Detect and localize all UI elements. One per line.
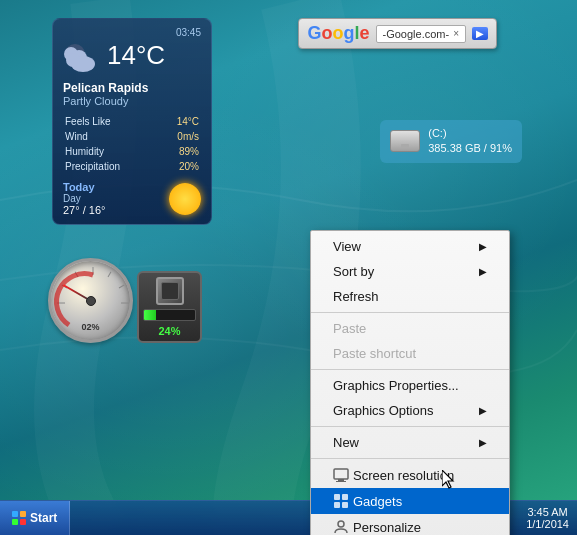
svg-rect-22 bbox=[20, 511, 26, 517]
svg-line-10 bbox=[119, 285, 124, 288]
sun-icon bbox=[169, 183, 201, 215]
svg-rect-14 bbox=[336, 481, 346, 482]
windows-logo-icon bbox=[12, 511, 26, 525]
gauge-center bbox=[86, 296, 96, 306]
today-range: 27° / 16° bbox=[63, 204, 105, 216]
context-menu-paste-shortcut: Paste shortcut bbox=[311, 341, 509, 366]
monitor-widget: 02% 24% bbox=[48, 258, 202, 343]
new-label: New bbox=[333, 435, 359, 450]
svg-rect-15 bbox=[334, 494, 340, 500]
weather-temperature: 14°C bbox=[107, 40, 165, 71]
humidity-value: 89% bbox=[161, 145, 199, 158]
svg-rect-21 bbox=[12, 511, 18, 517]
screen-resolution-label: Screen resolution bbox=[353, 468, 454, 483]
wind-label: Wind bbox=[65, 130, 159, 143]
view-arrow: ▶ bbox=[479, 241, 487, 252]
svg-point-19 bbox=[338, 521, 344, 527]
cpu-bar-widget: 24% bbox=[137, 271, 202, 343]
clock-date: 1/1/2014 bbox=[526, 518, 569, 530]
cpu-chip bbox=[161, 282, 179, 300]
google-go-button[interactable]: ▶ bbox=[472, 27, 488, 40]
weather-icon bbox=[63, 40, 101, 78]
weather-widget: 03:45 14°C Pelican Rapids Partly Cloudy bbox=[52, 18, 212, 225]
context-menu-graphics-options[interactable]: Graphics Options ▶ bbox=[311, 398, 509, 423]
weather-location: Pelican Rapids bbox=[63, 81, 201, 95]
google-logo: Google bbox=[307, 23, 369, 44]
separator-4 bbox=[311, 458, 509, 459]
svg-rect-13 bbox=[338, 479, 344, 481]
context-menu-new[interactable]: New ▶ bbox=[311, 430, 509, 455]
cpu-gauge-widget: 02% bbox=[48, 258, 133, 343]
disk-info: (C:) 385.38 GB / 91% bbox=[428, 126, 512, 157]
clock-time: 3:45 AM bbox=[526, 506, 569, 518]
humidity-label: Humidity bbox=[65, 145, 159, 158]
google-close-button[interactable]: × bbox=[453, 28, 459, 39]
google-url-bar[interactable]: -Google.com- × bbox=[376, 25, 466, 43]
weather-condition: Partly Cloudy bbox=[63, 95, 201, 107]
google-url-text: -Google.com- bbox=[383, 28, 450, 40]
context-menu-screen-resolution[interactable]: Screen resolution bbox=[311, 462, 509, 488]
precip-value: 20% bbox=[161, 160, 199, 173]
graphics-options-label: Graphics Options bbox=[333, 403, 433, 418]
weather-time: 03:45 bbox=[63, 27, 201, 38]
gauge-label: 02% bbox=[81, 322, 99, 332]
today-day: Day bbox=[63, 193, 105, 204]
svg-rect-24 bbox=[20, 519, 26, 525]
personalize-icon bbox=[333, 519, 349, 535]
context-menu-refresh[interactable]: Refresh bbox=[311, 284, 509, 309]
sort-by-arrow: ▶ bbox=[479, 266, 487, 277]
context-menu-sort-by[interactable]: Sort by ▶ bbox=[311, 259, 509, 284]
gadgets-icon bbox=[333, 493, 349, 509]
context-menu-graphics-properties[interactable]: Graphics Properties... bbox=[311, 373, 509, 398]
cpu-bar bbox=[144, 310, 156, 320]
feels-like-value: 14°C bbox=[161, 115, 199, 128]
svg-rect-18 bbox=[342, 502, 348, 508]
disk-icon bbox=[390, 130, 420, 152]
precip-label: Precipitation bbox=[65, 160, 159, 173]
context-menu: View ▶ Sort by ▶ Refresh Paste Paste sho… bbox=[310, 230, 510, 535]
today-label: Today bbox=[63, 181, 105, 193]
feels-like-label: Feels Like bbox=[65, 115, 159, 128]
svg-line-9 bbox=[108, 272, 111, 277]
gauge-background: 02% bbox=[48, 258, 133, 343]
wind-value: 0m/s bbox=[161, 130, 199, 143]
context-menu-personalize[interactable]: Personalize bbox=[311, 514, 509, 535]
weather-today: Today Day 27° / 16° bbox=[63, 181, 201, 216]
new-arrow: ▶ bbox=[479, 437, 487, 448]
disk-widget: (C:) 385.38 GB / 91% bbox=[380, 120, 522, 163]
cpu-percent: 24% bbox=[158, 325, 180, 337]
refresh-label: Refresh bbox=[333, 289, 379, 304]
svg-rect-17 bbox=[334, 502, 340, 508]
view-label: View bbox=[333, 239, 361, 254]
screen-resolution-icon bbox=[333, 467, 349, 483]
gadgets-label: Gadgets bbox=[353, 494, 402, 509]
personalize-label: Personalize bbox=[353, 520, 421, 535]
svg-point-4 bbox=[66, 53, 80, 67]
start-button[interactable]: Start bbox=[0, 501, 70, 536]
svg-rect-16 bbox=[342, 494, 348, 500]
weather-details: Feels Like 14°C Wind 0m/s Humidity 89% P… bbox=[63, 113, 201, 175]
context-menu-paste: Paste bbox=[311, 316, 509, 341]
desktop: 03:45 14°C Pelican Rapids Partly Cloudy bbox=[0, 0, 577, 535]
separator-3 bbox=[311, 426, 509, 427]
paste-label: Paste bbox=[333, 321, 366, 336]
graphics-properties-label: Graphics Properties... bbox=[333, 378, 459, 393]
sort-by-label: Sort by bbox=[333, 264, 374, 279]
disk-usage: 385.38 GB / 91% bbox=[428, 141, 512, 156]
paste-shortcut-label: Paste shortcut bbox=[333, 346, 416, 361]
svg-rect-23 bbox=[12, 519, 18, 525]
cpu-bar-container bbox=[143, 309, 196, 321]
svg-rect-12 bbox=[334, 469, 348, 479]
separator-2 bbox=[311, 369, 509, 370]
disk-label: (C:) bbox=[428, 126, 512, 141]
cpu-icon bbox=[156, 277, 184, 305]
graphics-options-arrow: ▶ bbox=[479, 405, 487, 416]
start-label: Start bbox=[30, 511, 57, 525]
context-menu-gadgets[interactable]: Gadgets bbox=[311, 488, 509, 514]
google-toolbar-widget[interactable]: Google -Google.com- × ▶ bbox=[298, 18, 497, 49]
separator-1 bbox=[311, 312, 509, 313]
taskbar-clock: 3:45 AM 1/1/2014 bbox=[526, 506, 569, 530]
context-menu-view[interactable]: View ▶ bbox=[311, 234, 509, 259]
